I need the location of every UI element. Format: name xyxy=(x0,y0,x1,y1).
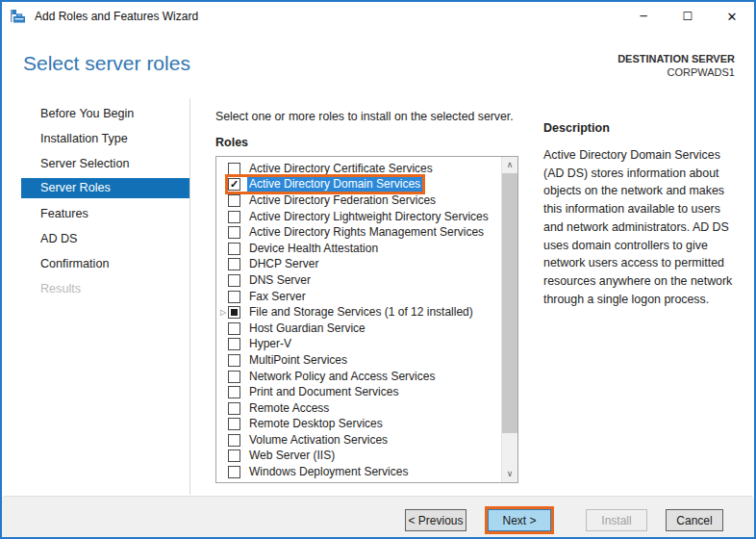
role-label: DNS Server xyxy=(247,273,313,288)
role-checkbox[interactable] xyxy=(228,402,240,415)
role-label: Windows Deployment Services xyxy=(247,465,410,479)
sidebar-item-features[interactable]: Features xyxy=(2,201,189,226)
role-row[interactable]: Volume Activation Services xyxy=(216,432,501,449)
instruction-text: Select one or more roles to install on t… xyxy=(215,110,514,123)
role-label: Active Directory Federation Services xyxy=(247,193,438,208)
role-row[interactable]: Host Guardian Service xyxy=(216,321,501,337)
role-checkbox[interactable] xyxy=(228,163,240,175)
role-label: Volume Activation Services xyxy=(247,433,390,448)
role-checkbox[interactable] xyxy=(228,306,240,319)
role-row[interactable]: Web Server (IIS) xyxy=(216,449,501,465)
role-row[interactable]: Network Policy and Access Services xyxy=(216,369,501,385)
role-checkbox[interactable] xyxy=(228,338,240,350)
role-label: Device Health Attestation xyxy=(247,242,380,256)
sidebar-item-results: Results xyxy=(2,276,189,301)
role-label: Network Policy and Access Services xyxy=(247,370,437,384)
role-row[interactable]: ▷ File and Storage Services (1 of 12 ins… xyxy=(216,304,501,321)
cancel-button[interactable]: Cancel xyxy=(666,509,723,531)
role-row[interactable]: Active Directory Lightweight Directory S… xyxy=(216,209,501,225)
footer-button-bar: < Previous Next > Install Cancel xyxy=(2,497,754,537)
sidebar-item-server-roles[interactable]: Server Roles xyxy=(21,178,189,198)
role-row[interactable]: Active Directory Rights Management Servi… xyxy=(216,224,501,241)
window-controls: ─ ☐ ✕ xyxy=(621,2,754,31)
role-label: Remote Desktop Services xyxy=(247,417,385,431)
minimize-button[interactable]: ─ xyxy=(621,2,666,31)
close-button[interactable]: ✕ xyxy=(710,2,754,31)
role-row[interactable]: Windows Deployment Services xyxy=(216,464,501,480)
role-row[interactable]: Remote Access xyxy=(216,400,501,417)
roles-listbox: Active Directory Certificate Services ✓ … xyxy=(215,156,518,483)
description-text: Active Directory Domain Services (AD DS)… xyxy=(543,146,739,308)
wizard-steps-sidebar: Before You Begin Installation Type Serve… xyxy=(2,101,189,301)
role-checkbox[interactable] xyxy=(228,418,240,430)
role-checkbox[interactable] xyxy=(228,194,240,207)
role-row[interactable]: Active Directory Federation Services xyxy=(216,192,501,209)
expand-arrow-icon[interactable]: ▷ xyxy=(218,308,228,317)
role-row[interactable]: Fax Server xyxy=(216,289,501,305)
wizard-app-icon xyxy=(10,9,27,24)
role-row[interactable]: Device Health Attestation xyxy=(216,241,501,257)
role-label: Remote Access xyxy=(247,401,331,416)
sidebar-item-installation-type[interactable]: Installation Type xyxy=(2,126,189,151)
role-label: File and Storage Services (1 of 12 insta… xyxy=(247,305,475,320)
description-panel: Description Active Directory Domain Serv… xyxy=(543,121,739,308)
role-checkbox[interactable] xyxy=(228,258,240,270)
scrollbar-thumb[interactable] xyxy=(502,173,517,433)
role-checkbox[interactable] xyxy=(228,371,240,383)
role-row[interactable]: Active Directory Certificate Services xyxy=(216,161,501,177)
role-checkbox[interactable] xyxy=(228,291,240,303)
destination-server-block: DESTINATION SERVER CORPWADS1 xyxy=(617,52,735,79)
role-label: Fax Server xyxy=(247,290,308,304)
sidebar-item-ad-ds[interactable]: AD DS xyxy=(2,226,189,251)
role-label: Active Directory Certificate Services xyxy=(247,162,435,176)
destination-server-name: CORPWADS1 xyxy=(617,65,735,79)
sidebar-item-server-selection[interactable]: Server Selection xyxy=(2,151,189,176)
install-button: Install xyxy=(586,509,647,531)
role-checkbox[interactable]: ✓ xyxy=(228,178,240,191)
title-bar: Add Roles and Features Wizard ─ ☐ ✕ xyxy=(2,2,754,31)
role-label: Host Guardian Service xyxy=(247,321,367,336)
role-checkbox[interactable] xyxy=(228,354,240,367)
sidebar-item-before-you-begin[interactable]: Before You Begin xyxy=(2,101,189,126)
role-checkbox[interactable] xyxy=(228,449,240,462)
role-checkbox[interactable] xyxy=(228,243,240,255)
scrollbar-track[interactable]: ∧ ∨ xyxy=(501,157,517,482)
scroll-down-button[interactable]: ∨ xyxy=(502,466,517,482)
role-checkbox[interactable] xyxy=(228,226,240,239)
next-button[interactable]: Next > xyxy=(488,509,551,531)
role-label: Active Directory Domain Services xyxy=(247,177,422,192)
role-label: MultiPoint Services xyxy=(247,353,349,368)
role-checkbox[interactable] xyxy=(228,322,240,335)
role-row[interactable]: MultiPoint Services xyxy=(216,352,501,369)
role-checkbox[interactable] xyxy=(228,466,240,478)
role-row[interactable]: DNS Server xyxy=(216,272,501,289)
role-label: Web Server (IIS) xyxy=(247,449,337,463)
page-title: Select server roles xyxy=(23,52,190,75)
sidebar-item-confirmation[interactable]: Confirmation xyxy=(2,251,189,276)
maximize-button[interactable]: ☐ xyxy=(666,2,710,31)
roles-rows: Active Directory Certificate Services ✓ … xyxy=(216,157,501,482)
role-checkbox[interactable] xyxy=(228,211,240,223)
role-label: DHCP Server xyxy=(247,257,320,271)
role-checkbox[interactable] xyxy=(228,386,240,398)
role-checkbox[interactable] xyxy=(228,434,240,447)
sidebar-divider xyxy=(189,98,190,495)
role-label: Active Directory Rights Management Servi… xyxy=(247,225,486,240)
role-row[interactable]: DHCP Server xyxy=(216,257,501,273)
roles-caption: Roles xyxy=(215,136,248,149)
role-label: Print and Document Services xyxy=(247,385,400,399)
description-heading: Description xyxy=(543,121,739,135)
window-title: Add Roles and Features Wizard xyxy=(35,10,198,23)
role-row[interactable]: ✓ Active Directory Domain Services xyxy=(216,177,501,193)
role-row[interactable]: Remote Desktop Services xyxy=(216,417,501,433)
destination-server-label: DESTINATION SERVER xyxy=(617,52,735,65)
role-label: Active Directory Lightweight Directory S… xyxy=(247,210,491,224)
role-row[interactable]: Hyper-V xyxy=(216,337,501,353)
role-label: Hyper-V xyxy=(247,337,293,351)
role-checkbox[interactable] xyxy=(228,274,240,287)
wizard-window: Add Roles and Features Wizard ─ ☐ ✕ Sele… xyxy=(0,0,756,539)
role-row[interactable]: Print and Document Services xyxy=(216,384,501,400)
previous-button[interactable]: < Previous xyxy=(405,509,466,531)
scroll-up-button[interactable]: ∧ xyxy=(502,157,517,173)
